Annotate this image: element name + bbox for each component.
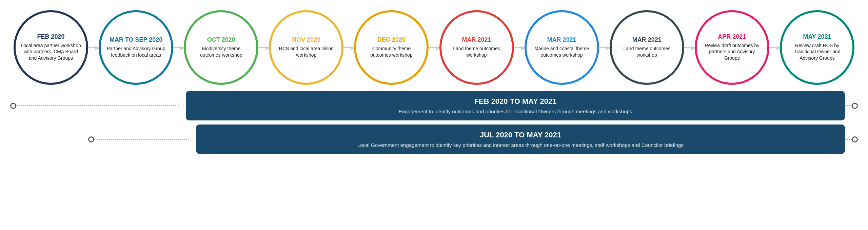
timeline1-right-dots — [845, 105, 852, 106]
timeline1-title: FEB 2020 TO MAY 2021 — [199, 97, 831, 106]
main-container: FEB 2020 Local area partner workshop wit… — [0, 0, 868, 230]
circle-date-mar2021c: MAR 2021 — [632, 37, 662, 43]
timeline2-banner: JUL 2020 TO MAY 2021 Local Government en… — [196, 124, 845, 154]
arrow-connector-9 — [769, 41, 780, 54]
circle-text-mar2021c: Land theme outcomes workshop — [617, 45, 677, 58]
circle-text-oct2020: Biodiversity theme outcomes workshop — [191, 45, 251, 58]
circle-feb2020: FEB 2020 Local area partner workshop wit… — [14, 10, 88, 85]
arrow-connector-1 — [88, 41, 99, 54]
arrow-connector-8 — [684, 41, 695, 54]
arrow-connector-6 — [514, 41, 525, 54]
circle-mar2021a: MAR 2021 Land theme outcomes workshop — [439, 10, 514, 85]
circle-item-feb2020: FEB 2020 Local area partner workshop wit… — [14, 10, 99, 85]
circle-mar2021b: MAR 2021 Marine and coastal theme outcom… — [525, 10, 599, 85]
circle-text-dec2020: Community theme outcomes workshop — [361, 45, 421, 58]
circle-text-nov2020: RCS and local area vision workshop — [276, 45, 336, 58]
circle-may2021: MAY 2021 Review draft RCS by Traditional… — [780, 10, 854, 85]
timeline1-banner: FEB 2020 TO MAY 2021 Engagement to ident… — [186, 91, 845, 120]
circle-item-oct2020: OCT 2020 Biodiversity theme outcomes wor… — [184, 10, 269, 85]
timeline2-start-dot — [88, 136, 94, 142]
circle-nov2020: NOV 2020 RCS and local area vision works… — [269, 10, 343, 85]
timeline1-end-dot — [852, 103, 858, 109]
circle-text-may2021: Review draft RCS by Traditional Owner an… — [787, 42, 847, 62]
circle-date-nov2020: NOV 2020 — [292, 37, 320, 43]
timeline1-left-dots — [16, 105, 179, 106]
circle-date-martosep2020: MAR TO SEP 2020 — [110, 37, 162, 43]
arrow-connector-4 — [343, 41, 354, 54]
circle-text-martosep2020: Partner and Advisory Group feedback on l… — [106, 45, 166, 58]
circle-item-mar2021a: MAR 2021 Land theme outcomes workshop — [439, 10, 525, 85]
timeline2-left-dots — [94, 139, 189, 140]
circle-apr2021: APR 2021 Review draft outcomes by partne… — [695, 10, 769, 85]
circle-text-mar2021a: Land theme outcomes workshop — [447, 45, 507, 58]
circle-date-apr2021: APR 2021 — [718, 34, 746, 40]
circle-date-may2021: MAY 2021 — [803, 34, 831, 40]
timeline-row-2: JUL 2020 TO MAY 2021 Local Government en… — [10, 124, 858, 154]
circle-item-apr2021: APR 2021 Review draft outcomes by partne… — [695, 10, 780, 85]
timeline-row-1: FEB 2020 TO MAY 2021 Engagement to ident… — [10, 91, 858, 120]
circle-date-mar2021b: MAR 2021 — [547, 37, 576, 43]
circle-dec2020: DEC 2020 Community theme outcomes worksh… — [354, 10, 429, 85]
circle-date-oct2020: OCT 2020 — [207, 37, 235, 43]
circles-row: FEB 2020 Local area partner workshop wit… — [10, 10, 858, 85]
arrow-connector-2 — [173, 41, 184, 54]
circle-item-martosep2020: MAR TO SEP 2020 Partner and Advisory Gro… — [99, 10, 184, 85]
arrow-connector-3 — [258, 41, 269, 54]
circle-item-may2021: MAY 2021 Review draft RCS by Traditional… — [780, 10, 854, 85]
circle-item-nov2020: NOV 2020 RCS and local area vision works… — [269, 10, 354, 85]
circle-item-mar2021b: MAR 2021 Marine and coastal theme outcom… — [525, 10, 610, 85]
timeline2-end-dot — [852, 136, 858, 142]
timeline2-title: JUL 2020 TO MAY 2021 — [210, 131, 831, 139]
circle-item-dec2020: DEC 2020 Community theme outcomes worksh… — [354, 10, 439, 85]
circle-text-mar2021b: Marine and coastal theme outcomes worksh… — [532, 45, 592, 58]
circle-martosep2020: MAR TO SEP 2020 Partner and Advisory Gro… — [99, 10, 173, 85]
circle-oct2020: OCT 2020 Biodiversity theme outcomes wor… — [184, 10, 258, 85]
circle-mar2021c: MAR 2021 Land theme outcomes workshop — [610, 10, 684, 85]
circle-item-mar2021c: MAR 2021 Land theme outcomes workshop — [610, 10, 695, 85]
timeline1-start-dot — [10, 103, 16, 109]
circle-date-feb2020: FEB 2020 — [37, 34, 64, 40]
arrow-connector-5 — [429, 41, 439, 54]
circle-text-feb2020: Local area partner workshop with partner… — [21, 42, 81, 62]
circle-date-dec2020: DEC 2020 — [377, 37, 406, 43]
circle-text-apr2021: Review draft outcomes by partners and Ad… — [702, 42, 762, 62]
arrow-connector-7 — [599, 41, 610, 54]
circle-date-mar2021a: MAR 2021 — [462, 37, 491, 43]
timeline1-subtitle: Engagement to identify outcomes and prio… — [199, 109, 831, 114]
timeline2-right-dots — [845, 139, 852, 140]
timeline2-subtitle: Local Government engagement to identify … — [210, 142, 831, 148]
